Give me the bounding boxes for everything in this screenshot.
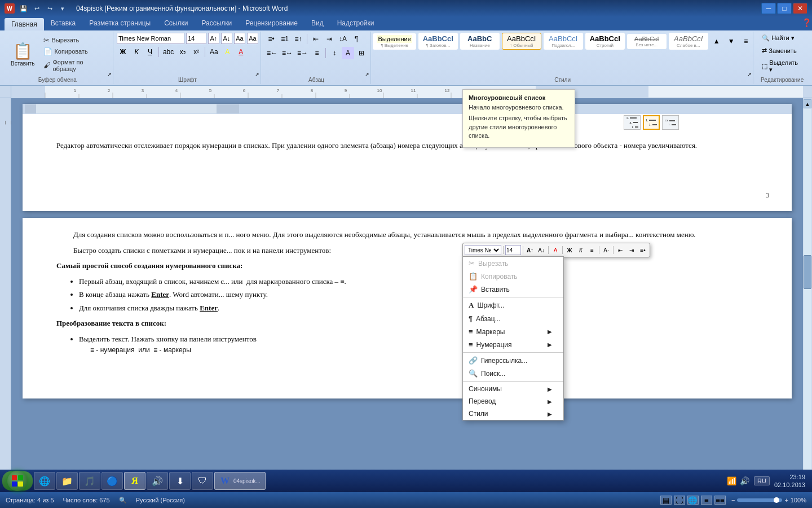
ctx-styles[interactable]: Стили ▶ bbox=[463, 408, 563, 420]
list-icon-3[interactable]: Ch 1. bbox=[662, 115, 679, 130]
customize-quick-btn[interactable]: ▾ bbox=[57, 3, 68, 14]
ctx-font[interactable]: A Шрифт... bbox=[463, 299, 563, 312]
mini-size-input[interactable] bbox=[505, 245, 521, 255]
minimize-button[interactable]: ─ bbox=[761, 3, 776, 14]
multilevel-button[interactable]: ≡↑ bbox=[292, 33, 304, 45]
maximize-button[interactable]: □ bbox=[777, 3, 792, 14]
taskbar-download[interactable]: ⬇ bbox=[169, 472, 191, 490]
tray-volume-icon[interactable]: 🔊 bbox=[740, 476, 749, 485]
mini-bold-button[interactable]: Ж bbox=[564, 245, 575, 255]
tab-references[interactable]: Ссылки bbox=[157, 17, 195, 30]
tab-page-layout[interactable]: Разметка страницы bbox=[82, 17, 157, 30]
ctx-bullets[interactable]: ≡ Маркеры ▶ bbox=[463, 325, 563, 338]
align-center-button[interactable]: ≡↔ bbox=[280, 47, 294, 59]
tray-network-icon[interactable]: 📶 bbox=[727, 476, 736, 485]
styles-expand-icon[interactable]: ↗ bbox=[747, 72, 752, 77]
view-print-btn[interactable]: ▤ bbox=[660, 496, 672, 505]
ctx-copy[interactable]: 📋 Копировать bbox=[463, 270, 563, 283]
mini-indent-button[interactable]: ⇤ bbox=[615, 245, 625, 255]
taskbar-yandex[interactable]: Я bbox=[124, 472, 145, 490]
taskbar-media[interactable]: 🎵 bbox=[79, 472, 100, 490]
select-button[interactable]: ⬚ Выделить ▾ bbox=[758, 58, 806, 75]
ctx-hyperlink[interactable]: 🔗 Гиперссылка... bbox=[463, 354, 563, 367]
styles-expand[interactable]: ≡ bbox=[740, 35, 752, 47]
view-fullscreen-btn[interactable]: ⛶ bbox=[674, 496, 685, 505]
copy-button[interactable]: 📄 Копировать bbox=[41, 46, 109, 57]
ctx-numbering[interactable]: ≡ Нумерация ▶ bbox=[463, 338, 563, 351]
close-button[interactable]: ✕ bbox=[793, 3, 807, 14]
strikethrough-button[interactable]: аbc bbox=[161, 46, 175, 58]
font-shrink-button[interactable]: A↓ bbox=[221, 33, 232, 44]
justify-button[interactable]: ≡ bbox=[311, 47, 323, 59]
mini-color-button[interactable]: A· bbox=[601, 245, 611, 255]
para-expand-icon[interactable]: ↗ bbox=[365, 72, 369, 77]
sort-button[interactable]: ↕A bbox=[337, 33, 349, 45]
undo-quick-btn[interactable]: ↩ bbox=[31, 3, 42, 14]
taskbar-word[interactable]: W 04spisok... bbox=[214, 472, 266, 490]
underline-button[interactable]: Ч bbox=[144, 46, 156, 58]
style-selection[interactable]: Выделение ¶ Выделение bbox=[373, 33, 416, 50]
italic-button[interactable]: К bbox=[130, 46, 143, 58]
ctx-translate[interactable]: Перевод ▶ bbox=[463, 395, 563, 408]
line-spacing-button[interactable]: ↕ bbox=[328, 47, 341, 59]
tab-insert[interactable]: Вставка bbox=[44, 17, 83, 30]
mini-highlight-button[interactable]: A bbox=[550, 245, 561, 255]
align-right-button[interactable]: ≡→ bbox=[295, 47, 310, 59]
styles-scroll-up[interactable]: ▲ bbox=[710, 35, 723, 47]
zoom-slider[interactable] bbox=[737, 498, 782, 502]
borders-button[interactable]: ⊞ bbox=[355, 47, 368, 59]
language-button[interactable]: RU bbox=[754, 476, 770, 485]
find-button[interactable]: 🔍 Найти ▾ bbox=[758, 33, 806, 43]
taskbar-btn1[interactable]: 🔵 bbox=[102, 472, 123, 490]
font-color-button[interactable]: A bbox=[235, 46, 247, 58]
mini-font-select[interactable]: Times New bbox=[465, 245, 501, 255]
font-size-input[interactable] bbox=[186, 33, 206, 44]
style-subtle[interactable]: AaBbCcI Слабое в... bbox=[669, 33, 708, 50]
clear-format-button[interactable]: Aa bbox=[234, 33, 245, 44]
list-icon-1[interactable]: 1. a. i. bbox=[624, 115, 641, 130]
tab-addins[interactable]: Надстройки bbox=[330, 17, 381, 30]
shading-button[interactable]: A bbox=[342, 47, 354, 59]
increase-indent-button[interactable]: ⇥ bbox=[323, 33, 336, 45]
taskbar-sound[interactable]: 🔊 bbox=[147, 472, 168, 490]
change-case-button[interactable]: Аа bbox=[247, 33, 258, 44]
ctx-paragraph[interactable]: ¶ Абзац... bbox=[463, 312, 563, 325]
taskbar-security[interactable]: 🛡 bbox=[192, 472, 213, 490]
mini-italic-button[interactable]: К bbox=[576, 245, 586, 255]
scroll-up-button[interactable]: ▲ bbox=[804, 99, 811, 108]
mini-outdent-button[interactable]: ⇥ bbox=[626, 245, 637, 255]
mini-list-button[interactable]: ≡• bbox=[638, 245, 648, 255]
zoom-in-btn[interactable]: + bbox=[784, 497, 788, 503]
tab-mailings[interactable]: Рассылки bbox=[195, 17, 239, 30]
cut-button[interactable]: ✂ Вырезать bbox=[41, 35, 109, 46]
numbering-button[interactable]: ≡1 bbox=[279, 33, 291, 45]
style-strong[interactable]: AaBbCcI Строгий bbox=[585, 33, 625, 50]
scrollbar-vertical[interactable]: ▲ ▼ ⏮ ● ⏭ bbox=[803, 98, 812, 508]
style-subtitle[interactable]: AaBbCcI Подзагол... bbox=[544, 33, 583, 50]
mini-align-button[interactable]: ≡ bbox=[587, 245, 597, 255]
tab-home[interactable]: Главная bbox=[5, 18, 44, 30]
style-normal[interactable]: AaBbCcI ↑ Обычный bbox=[502, 33, 541, 50]
tab-view[interactable]: Вид bbox=[304, 17, 330, 30]
mini-grow-button[interactable]: A↑ bbox=[525, 245, 535, 255]
zoom-out-btn[interactable]: − bbox=[731, 497, 735, 503]
font-name-input[interactable] bbox=[117, 33, 184, 44]
list-icon-2-selected[interactable]: 1. 1. bbox=[643, 115, 660, 130]
view-web-btn[interactable]: 🌐 bbox=[687, 496, 699, 505]
show-marks-button[interactable]: ¶ bbox=[350, 33, 363, 45]
styles-scroll-down[interactable]: ▼ bbox=[725, 35, 738, 47]
style-title[interactable]: AaBbC Название bbox=[460, 33, 500, 50]
taskbar-ie[interactable]: 🌐 bbox=[34, 472, 55, 490]
redo-quick-btn[interactable]: ↪ bbox=[44, 3, 55, 14]
view-draft-btn[interactable]: ≡≡ bbox=[714, 496, 726, 505]
font-expand-icon[interactable]: ↗ bbox=[255, 72, 259, 77]
align-left-button[interactable]: ≡← bbox=[265, 47, 279, 59]
scroll-thumb[interactable] bbox=[804, 255, 811, 289]
style-no-spacing[interactable]: AaBbCcI Без инте... bbox=[627, 34, 667, 49]
subscript-button[interactable]: x₂ bbox=[176, 46, 189, 58]
format-painter-button[interactable]: 🖌 Формат по образцу bbox=[41, 58, 109, 73]
bold-button[interactable]: Ж bbox=[117, 46, 129, 58]
style-heading[interactable]: AaBbCcI ¶ Заголов... bbox=[418, 33, 458, 50]
view-outline-btn[interactable]: ≡ bbox=[701, 496, 712, 505]
bullets-button[interactable]: ≡• bbox=[265, 33, 277, 45]
